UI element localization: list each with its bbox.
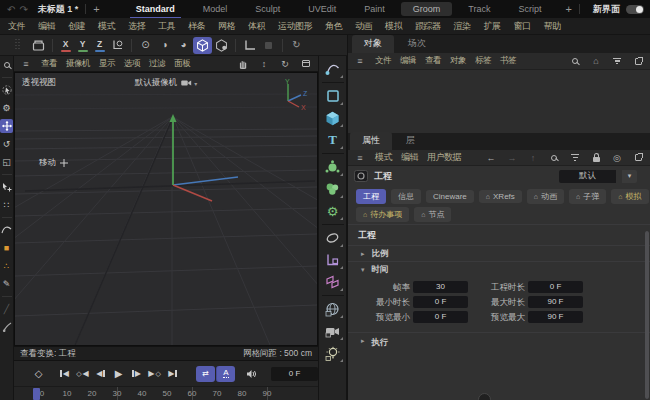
om-detach-button[interactable] (632, 55, 644, 67)
attr-filter-button[interactable] (569, 152, 581, 164)
next-frame-button[interactable]: ▶ (128, 366, 145, 382)
preview-min-field[interactable]: 0 F (413, 311, 468, 323)
menu-mesh[interactable]: 网格 (218, 20, 235, 33)
tab-standard[interactable]: Standard (122, 1, 189, 17)
attr-menu-userdata[interactable]: 用户数据 (427, 151, 461, 164)
min-time-field[interactable]: 0 F (413, 296, 468, 308)
vp-menu-options[interactable]: 选项 (124, 58, 140, 70)
group-execute[interactable]: ▸ 执行 (348, 332, 650, 400)
menu-character[interactable]: 角色 (325, 20, 342, 33)
generator-button[interactable]: ⚙ (321, 200, 345, 222)
object-manager-list[interactable] (348, 70, 650, 133)
lock-y-axis-button[interactable]: Y (74, 37, 91, 54)
loop-playback-button[interactable]: ⇄ (196, 366, 215, 382)
attr-menu-edit[interactable]: 编辑 (401, 151, 418, 164)
tab-sculpt[interactable]: Sculpt (241, 1, 294, 17)
attr-menu-mode[interactable]: 模式 (375, 151, 392, 164)
viewport-search-button[interactable] (0, 58, 13, 72)
mode-tab-cineware[interactable]: Cineware (426, 190, 474, 203)
goto-start-button[interactable]: ◀ (56, 366, 73, 382)
menu-simulate[interactable]: 模拟 (385, 20, 402, 33)
viewport-camera-selector[interactable]: 默认摄像机 ▾ (135, 77, 198, 89)
mode-tab-bullet[interactable]: ⌂子弹 (569, 189, 606, 204)
attr-detach-button[interactable] (632, 152, 644, 164)
tab-uvedit[interactable]: UVEdit (294, 1, 350, 17)
vp-menu-view[interactable]: 查看 (41, 58, 57, 70)
hamburger-icon[interactable]: ≡ (354, 55, 366, 67)
om-menu-edit[interactable]: 编辑 (400, 55, 416, 67)
menu-edit[interactable]: 编辑 (38, 20, 55, 33)
snap-button[interactable] (259, 37, 278, 54)
viewport-canvas[interactable]: 透视视图 默认摄像机 ▾ Y Z X 移动 (14, 72, 318, 346)
lock-x-axis-button[interactable]: X (57, 37, 74, 54)
toolbox-button[interactable] (29, 37, 48, 54)
multi-tweak-tool-button[interactable]: ∷ (0, 198, 13, 212)
workplane-button[interactable] (240, 37, 259, 54)
toolbar-cube-corner-button[interactable] (212, 37, 231, 54)
dolly-icon[interactable]: ↕ (258, 58, 270, 70)
spline-tool-button[interactable] (0, 223, 13, 237)
paint-square-button[interactable]: ■ (0, 241, 13, 255)
tab-objects[interactable]: 对象 (352, 35, 394, 53)
add-layout-button[interactable]: + (566, 3, 572, 15)
spline-pen-button[interactable] (321, 58, 345, 80)
om-search-button[interactable] (569, 55, 581, 67)
tab-track[interactable]: Track (454, 1, 504, 17)
vp-menu-panel[interactable]: 面板 (174, 58, 190, 70)
undo-icon[interactable]: ↶ (7, 4, 15, 15)
line-tool-button[interactable]: ╱ (0, 302, 13, 316)
cloner-button[interactable] (321, 156, 345, 178)
preset-dropdown[interactable]: 默认 (559, 170, 616, 183)
goto-end-button[interactable]: ▶ (164, 366, 181, 382)
menu-extensions[interactable]: 扩展 (484, 20, 501, 33)
attributes-scrollbar[interactable] (645, 231, 649, 399)
attr-forward-button[interactable]: → (506, 152, 518, 164)
maximize-view-icon[interactable] (300, 58, 312, 70)
new-ui-toggle[interactable] (626, 5, 644, 14)
redo-icon[interactable]: ↷ (19, 4, 27, 15)
menu-mograph[interactable]: 运动图形 (278, 20, 312, 33)
tab-script[interactable]: Script (505, 1, 556, 17)
menu-mode[interactable]: 模式 (98, 20, 115, 33)
prev-frame-button[interactable]: ◀ (92, 366, 109, 382)
menu-tools[interactable]: 工具 (158, 20, 175, 33)
scatter-tool-button[interactable]: ∴ (0, 259, 13, 273)
mode-tab-simulation[interactable]: ⌂模拟 (611, 189, 648, 204)
om-menu-view[interactable]: 查看 (425, 55, 441, 67)
next-key-button[interactable]: ▶◇ (146, 366, 163, 382)
play-button[interactable]: ▶ (110, 366, 127, 382)
tab-model[interactable]: Model (189, 1, 242, 17)
tab-attributes[interactable]: 属性 (350, 132, 392, 150)
hamburger-icon[interactable]: ≡ (20, 58, 32, 70)
fps-field[interactable]: 30 (413, 281, 468, 293)
menu-render[interactable]: 渲染 (454, 20, 471, 33)
om-filter-button[interactable] (611, 55, 623, 67)
light-object-button[interactable] (321, 342, 345, 364)
lock-z-axis-button[interactable]: Z (91, 37, 108, 54)
document-tab[interactable]: 未标题 1 * (38, 3, 79, 16)
toolbar-mode-button-3[interactable]: ◕ (174, 37, 193, 54)
tool-settings-button[interactable]: ⚙ (0, 101, 13, 115)
rotate-tool-button[interactable]: ↻ (287, 37, 306, 54)
menu-create[interactable]: 创建 (68, 20, 85, 33)
menu-help[interactable]: 帮助 (544, 20, 561, 33)
attr-lock-button[interactable] (590, 152, 602, 164)
mode-tab-nodes[interactable]: ⌂节点 (414, 207, 451, 222)
keyframe-button[interactable]: ◇ (30, 366, 47, 382)
toolbar-grip[interactable] (15, 39, 20, 51)
text-object-button[interactable]: T (321, 129, 345, 151)
preview-max-field[interactable]: 90 F (528, 311, 583, 323)
project-duration-field[interactable]: 0 F (528, 281, 583, 293)
om-menu-bookmarks[interactable]: 书签 (500, 55, 516, 67)
attr-back-button[interactable]: ← (485, 152, 497, 164)
null-axis-button[interactable] (321, 249, 345, 271)
prev-key-button[interactable]: ◇◀ (74, 366, 91, 382)
rotate-tool-button[interactable]: ↺ (0, 137, 13, 151)
pan-hand-icon[interactable] (237, 58, 249, 70)
menu-file[interactable]: 文件 (8, 20, 25, 33)
toolbar-mode-button-2[interactable]: ◑ (155, 37, 174, 54)
move-tool-button[interactable] (0, 119, 13, 133)
vp-menu-cameras[interactable]: 摄像机 (66, 58, 90, 70)
tab-paint[interactable]: Paint (350, 1, 399, 17)
mode-tab-todo[interactable]: ⌂待办事项 (356, 207, 409, 222)
